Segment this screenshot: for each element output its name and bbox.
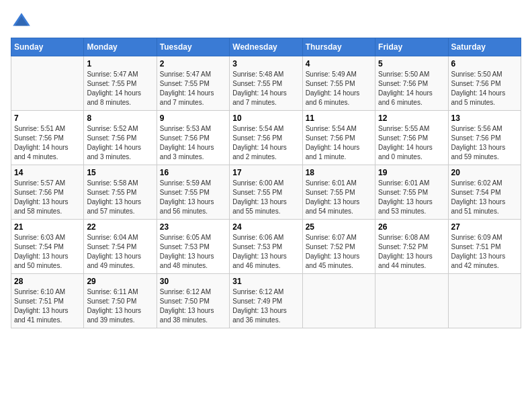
calendar-cell: 22Sunrise: 6:04 AM Sunset: 7:54 PM Dayli…: [84, 220, 157, 274]
calendar-cell: 31Sunrise: 6:12 AM Sunset: 7:49 PM Dayli…: [230, 274, 302, 328]
calendar-cell: 16Sunrise: 5:59 AM Sunset: 7:55 PM Dayli…: [157, 165, 229, 220]
calendar-cell: 13Sunrise: 5:56 AM Sunset: 7:56 PM Dayli…: [448, 111, 521, 165]
day-content: Sunrise: 5:51 AM Sunset: 7:56 PM Dayligh…: [14, 124, 81, 162]
col-header-monday: Monday: [84, 38, 157, 56]
calendar-cell: 29Sunrise: 6:11 AM Sunset: 7:50 PM Dayli…: [84, 274, 157, 328]
day-number: 11: [306, 113, 372, 123]
day-content: Sunrise: 6:05 AM Sunset: 7:53 PM Dayligh…: [160, 233, 226, 271]
calendar-cell: [302, 274, 375, 328]
day-number: 10: [232, 113, 299, 123]
day-content: Sunrise: 6:12 AM Sunset: 7:49 PM Dayligh…: [232, 287, 299, 325]
logo-icon: [11, 11, 32, 32]
col-header-tuesday: Tuesday: [157, 38, 229, 56]
day-content: Sunrise: 6:00 AM Sunset: 7:55 PM Dayligh…: [232, 179, 299, 216]
day-number: 3: [232, 59, 299, 68]
calendar-cell: 11Sunrise: 5:54 AM Sunset: 7:56 PM Dayli…: [302, 111, 375, 165]
calendar-cell: 25Sunrise: 6:07 AM Sunset: 7:52 PM Dayli…: [302, 220, 375, 274]
day-number: 22: [87, 222, 153, 232]
calendar-cell: 12Sunrise: 5:55 AM Sunset: 7:56 PM Dayli…: [375, 111, 448, 165]
day-number: 17: [232, 168, 299, 177]
day-content: Sunrise: 5:47 AM Sunset: 7:55 PM Dayligh…: [160, 70, 226, 107]
day-number: 31: [232, 277, 299, 286]
calendar-cell: [448, 274, 521, 328]
day-content: Sunrise: 5:59 AM Sunset: 7:55 PM Dayligh…: [160, 179, 226, 216]
week-row-2: 7Sunrise: 5:51 AM Sunset: 7:56 PM Daylig…: [11, 111, 521, 165]
calendar-cell: 20Sunrise: 6:02 AM Sunset: 7:54 PM Dayli…: [448, 165, 521, 220]
day-number: 19: [378, 168, 445, 177]
day-number: 12: [378, 113, 445, 123]
week-row-5: 28Sunrise: 6:10 AM Sunset: 7:51 PM Dayli…: [11, 274, 521, 328]
day-content: Sunrise: 6:06 AM Sunset: 7:53 PM Dayligh…: [232, 233, 299, 271]
day-number: 28: [14, 277, 81, 286]
day-content: Sunrise: 6:01 AM Sunset: 7:55 PM Dayligh…: [378, 179, 445, 216]
day-number: 15: [87, 168, 153, 177]
day-number: 7: [14, 113, 81, 123]
day-content: Sunrise: 5:54 AM Sunset: 7:56 PM Dayligh…: [232, 124, 299, 162]
week-row-4: 21Sunrise: 6:03 AM Sunset: 7:54 PM Dayli…: [11, 220, 521, 274]
header-row: SundayMondayTuesdayWednesdayThursdayFrid…: [11, 38, 521, 56]
calendar-cell: 28Sunrise: 6:10 AM Sunset: 7:51 PM Dayli…: [11, 274, 84, 328]
day-content: Sunrise: 6:01 AM Sunset: 7:55 PM Dayligh…: [306, 179, 372, 216]
day-content: Sunrise: 5:56 AM Sunset: 7:56 PM Dayligh…: [451, 124, 518, 162]
calendar-table: SundayMondayTuesdayWednesdayThursdayFrid…: [11, 38, 521, 328]
calendar-cell: 17Sunrise: 6:00 AM Sunset: 7:55 PM Dayli…: [230, 165, 302, 220]
day-content: Sunrise: 5:50 AM Sunset: 7:56 PM Dayligh…: [378, 70, 445, 107]
calendar-cell: 14Sunrise: 5:57 AM Sunset: 7:56 PM Dayli…: [11, 165, 84, 220]
calendar-cell: 18Sunrise: 6:01 AM Sunset: 7:55 PM Dayli…: [302, 165, 375, 220]
calendar-cell: 6Sunrise: 5:50 AM Sunset: 7:56 PM Daylig…: [448, 56, 521, 111]
day-number: 20: [451, 168, 518, 177]
day-number: 14: [14, 168, 81, 177]
day-number: 18: [306, 168, 372, 177]
day-content: Sunrise: 6:07 AM Sunset: 7:52 PM Dayligh…: [306, 233, 372, 271]
calendar-cell: 30Sunrise: 6:12 AM Sunset: 7:50 PM Dayli…: [157, 274, 229, 328]
day-number: 5: [378, 59, 445, 68]
day-number: 23: [160, 222, 226, 232]
calendar-cell: [11, 56, 84, 111]
day-number: 25: [306, 222, 372, 232]
week-row-3: 14Sunrise: 5:57 AM Sunset: 7:56 PM Dayli…: [11, 165, 521, 220]
day-number: 1: [87, 59, 153, 68]
day-number: 2: [160, 59, 226, 68]
calendar-body: 1Sunrise: 5:47 AM Sunset: 7:55 PM Daylig…: [11, 56, 521, 328]
day-content: Sunrise: 5:48 AM Sunset: 7:55 PM Dayligh…: [232, 70, 299, 107]
col-header-thursday: Thursday: [302, 38, 375, 56]
calendar-cell: 15Sunrise: 5:58 AM Sunset: 7:55 PM Dayli…: [84, 165, 157, 220]
day-content: Sunrise: 6:02 AM Sunset: 7:54 PM Dayligh…: [451, 179, 518, 216]
day-content: Sunrise: 6:08 AM Sunset: 7:52 PM Dayligh…: [378, 233, 445, 271]
day-number: 6: [451, 59, 518, 68]
day-content: Sunrise: 5:53 AM Sunset: 7:56 PM Dayligh…: [160, 124, 226, 162]
day-content: Sunrise: 5:55 AM Sunset: 7:56 PM Dayligh…: [378, 124, 445, 162]
day-content: Sunrise: 5:54 AM Sunset: 7:56 PM Dayligh…: [306, 124, 372, 162]
day-number: 26: [378, 222, 445, 232]
day-content: Sunrise: 6:12 AM Sunset: 7:50 PM Dayligh…: [160, 287, 226, 325]
day-content: Sunrise: 5:52 AM Sunset: 7:56 PM Dayligh…: [87, 124, 153, 162]
calendar-header: SundayMondayTuesdayWednesdayThursdayFrid…: [11, 38, 521, 56]
calendar-cell: 10Sunrise: 5:54 AM Sunset: 7:56 PM Dayli…: [230, 111, 302, 165]
calendar-cell: 5Sunrise: 5:50 AM Sunset: 7:56 PM Daylig…: [375, 56, 448, 111]
day-content: Sunrise: 6:10 AM Sunset: 7:51 PM Dayligh…: [14, 287, 81, 325]
calendar-cell: 4Sunrise: 5:49 AM Sunset: 7:55 PM Daylig…: [302, 56, 375, 111]
calendar-cell: 8Sunrise: 5:52 AM Sunset: 7:56 PM Daylig…: [84, 111, 157, 165]
day-number: 9: [160, 113, 226, 123]
calendar-cell: [375, 274, 448, 328]
day-content: Sunrise: 6:11 AM Sunset: 7:50 PM Dayligh…: [87, 287, 153, 325]
calendar-cell: 2Sunrise: 5:47 AM Sunset: 7:55 PM Daylig…: [157, 56, 229, 111]
day-content: Sunrise: 5:47 AM Sunset: 7:55 PM Dayligh…: [87, 70, 153, 107]
day-content: Sunrise: 6:04 AM Sunset: 7:54 PM Dayligh…: [87, 233, 153, 271]
day-content: Sunrise: 5:50 AM Sunset: 7:56 PM Dayligh…: [451, 70, 518, 107]
logo: [11, 11, 35, 32]
day-number: 24: [232, 222, 299, 232]
week-row-1: 1Sunrise: 5:47 AM Sunset: 7:55 PM Daylig…: [11, 56, 521, 111]
calendar-cell: 1Sunrise: 5:47 AM Sunset: 7:55 PM Daylig…: [84, 56, 157, 111]
calendar-cell: 9Sunrise: 5:53 AM Sunset: 7:56 PM Daylig…: [157, 111, 229, 165]
col-header-friday: Friday: [375, 38, 448, 56]
day-number: 27: [451, 222, 518, 232]
day-number: 4: [306, 59, 372, 68]
day-content: Sunrise: 5:58 AM Sunset: 7:55 PM Dayligh…: [87, 179, 153, 216]
calendar-cell: 23Sunrise: 6:05 AM Sunset: 7:53 PM Dayli…: [157, 220, 229, 274]
day-number: 16: [160, 168, 226, 177]
calendar-cell: 27Sunrise: 6:09 AM Sunset: 7:51 PM Dayli…: [448, 220, 521, 274]
day-number: 29: [87, 277, 153, 286]
page-header: [11, 11, 521, 32]
day-content: Sunrise: 5:57 AM Sunset: 7:56 PM Dayligh…: [14, 179, 81, 216]
